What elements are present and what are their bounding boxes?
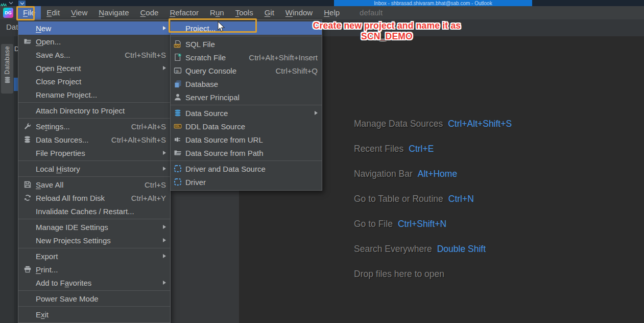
chevron-down-selected[interactable] xyxy=(18,1,26,6)
no-icon xyxy=(23,252,32,260)
welcome-hint-shortcut: Ctrl+E xyxy=(409,144,434,154)
no-icon xyxy=(23,207,32,215)
menu-separator xyxy=(18,102,170,103)
welcome-hint-label: Go to File xyxy=(354,219,393,229)
outlook-titlebar[interactable]: Inbox - shbrasad.shivaram.bhat@sab.com -… xyxy=(334,0,532,6)
printer-icon xyxy=(23,265,32,273)
menu-item-driver[interactable]: Driver xyxy=(171,175,322,189)
submenu-arrow-icon xyxy=(163,281,166,285)
sidebar-tab-database[interactable]: Database xyxy=(1,44,13,94)
menu-item-label: Attach Directory to Project xyxy=(36,106,125,115)
menu-separator xyxy=(18,248,170,248)
menu-item-label: New xyxy=(36,24,51,33)
menu-bar-items: FileEditViewNavigateCodeRefactorRunTools… xyxy=(17,6,345,19)
menu-item-server-principal[interactable]: Server Principal xyxy=(171,90,322,104)
submenu-arrow-icon xyxy=(163,167,166,171)
no-icon xyxy=(23,90,32,99)
menu-item-local-history[interactable]: Local History xyxy=(18,162,170,175)
menu-item-shortcut: Ctrl+Alt+Shift+S xyxy=(111,135,166,144)
chevron-down-icon[interactable] xyxy=(9,1,13,6)
annotation-line1: Create new project and name it as xyxy=(299,20,475,31)
welcome-hint-navigation-bar: Navigation BarAlt+Home xyxy=(354,161,512,187)
no-icon xyxy=(23,279,32,287)
welcome-hint-go-to-file: Go to FileCtrl+Shift+N xyxy=(354,212,512,237)
menu-item-invalidate-caches-restart[interactable]: Invalidate Caches / Restart... xyxy=(18,204,170,218)
menu-item-attach-directory-to-project[interactable]: Attach Directory to Project xyxy=(18,104,170,117)
menu-item-save-as[interactable]: Save As...Ctrl+Shift+S xyxy=(18,48,170,61)
annotation-box-file xyxy=(16,6,35,20)
menu-item-label: Run xyxy=(210,8,224,17)
menu-item-print[interactable]: Print... xyxy=(18,263,170,276)
menu-item-label: Query Console xyxy=(185,66,236,75)
submenu-arrow-icon xyxy=(163,225,166,229)
menu-item-label: View xyxy=(71,8,87,17)
menu-item-new[interactable]: New xyxy=(18,21,170,35)
menu-item-add-to-favorites[interactable]: Add to Favorites xyxy=(18,276,170,289)
menu-item-ddl-data-source[interactable]: DDLDDL Data Source xyxy=(171,120,322,133)
mouse-cursor-icon xyxy=(217,21,226,35)
menu-item-reload-all-from-disk[interactable]: Reload All from DiskCtrl+Alt+Y xyxy=(18,191,170,204)
menu-item-file-properties[interactable]: File Properties xyxy=(18,146,170,159)
menu-item-label: File Properties xyxy=(36,149,85,157)
menubar-item-window[interactable]: Window xyxy=(280,6,318,19)
menu-item-label: New Projects Settings xyxy=(36,236,111,245)
submenu-arrow-icon xyxy=(163,26,166,30)
menubar-item-git[interactable]: Git xyxy=(259,6,280,19)
submenu-arrow-icon xyxy=(163,66,166,70)
menu-item-export[interactable]: Export xyxy=(18,249,170,263)
welcome-hint-recent-files: Recent FilesCtrl+E xyxy=(354,136,512,161)
menu-item-scratch-file[interactable]: Scratch FileCtrl+Alt+Shift+Insert xyxy=(171,51,322,64)
database-tab-label: Database xyxy=(4,46,11,74)
run-configuration-label[interactable]: default xyxy=(360,6,383,19)
menubar-item-run[interactable]: Run xyxy=(204,6,230,19)
menu-item-label: Print... xyxy=(36,265,58,274)
menu-item-open-recent[interactable]: Open Recent xyxy=(18,61,170,75)
menubar-item-navigate[interactable]: Navigate xyxy=(93,6,134,19)
menu-item-power-save-mode[interactable]: Power Save Mode xyxy=(18,292,170,305)
menu-item-label: Save All xyxy=(36,180,63,189)
no-icon xyxy=(23,223,32,231)
annotation-line2: SCN_DEMO xyxy=(299,31,475,42)
menu-separator xyxy=(18,118,170,119)
menu-item-label: Rename Project... xyxy=(36,90,97,99)
wrench-icon xyxy=(23,122,32,130)
menu-item-data-source-from-path[interactable]: Data Source from Path xyxy=(171,146,322,159)
menu-item-label: Save As... xyxy=(36,51,70,59)
menu-item-close-project[interactable]: Close Project xyxy=(18,75,170,88)
menu-item-shortcut: Ctrl+Shift+Q xyxy=(275,66,318,75)
new-submenu-popup: Project...SQLSQL FileScratch FileCtrl+Al… xyxy=(170,19,322,191)
menu-item-open[interactable]: Open... xyxy=(18,35,170,48)
menu-item-rename-project[interactable]: Rename Project... xyxy=(18,88,170,101)
menu-item-exit[interactable]: Exit xyxy=(18,308,170,321)
no-icon xyxy=(23,236,32,244)
menu-item-data-source[interactable]: Data Source xyxy=(171,106,322,120)
menubar-item-code[interactable]: Code xyxy=(135,6,164,19)
menu-item-database[interactable]: Database xyxy=(171,77,322,90)
menu-item-driver-and-data-source[interactable]: Driver and Data Source xyxy=(171,162,322,175)
menubar-item-edit[interactable]: Edit xyxy=(41,6,65,19)
menubar-item-help[interactable]: Help xyxy=(318,6,345,19)
menu-item-settings[interactable]: Settings...Ctrl+Alt+S xyxy=(18,120,170,133)
welcome-hint-label: Recent Files xyxy=(354,144,403,154)
menu-item-label: Manage IDE Settings xyxy=(36,223,108,232)
menubar-item-tools[interactable]: Tools xyxy=(230,6,259,19)
svg-text:SQL: SQL xyxy=(175,44,180,47)
menu-item-data-sources[interactable]: Data Sources...Ctrl+Alt+Shift+S xyxy=(18,133,170,146)
menu-item-label: Invalidate Caches / Restart... xyxy=(36,207,134,216)
menu-item-new-projects-settings[interactable]: New Projects Settings xyxy=(18,234,170,247)
menu-item-label: Navigate xyxy=(99,8,129,17)
person-icon xyxy=(173,93,182,101)
menubar-item-view[interactable]: View xyxy=(65,6,93,19)
menu-item-label: Window xyxy=(285,8,313,17)
menu-item-label: Power Save Mode xyxy=(36,294,99,303)
menu-item-label: Tools xyxy=(235,8,253,17)
no-icon xyxy=(23,149,32,157)
menu-item-label: Settings... xyxy=(36,122,70,131)
menu-item-manage-ide-settings[interactable]: Manage IDE Settings xyxy=(18,220,170,234)
menu-item-shortcut: Ctrl+Alt+S xyxy=(131,122,166,131)
menu-item-data-source-from-url[interactable]: Data Source from URL xyxy=(171,133,322,146)
scratch-file-icon xyxy=(173,53,182,61)
menu-item-save-all[interactable]: Save AllCtrl+S xyxy=(18,178,170,191)
menubar-item-refactor[interactable]: Refactor xyxy=(164,6,204,19)
menu-item-query-console[interactable]: QLQuery ConsoleCtrl+Shift+Q xyxy=(171,64,322,77)
